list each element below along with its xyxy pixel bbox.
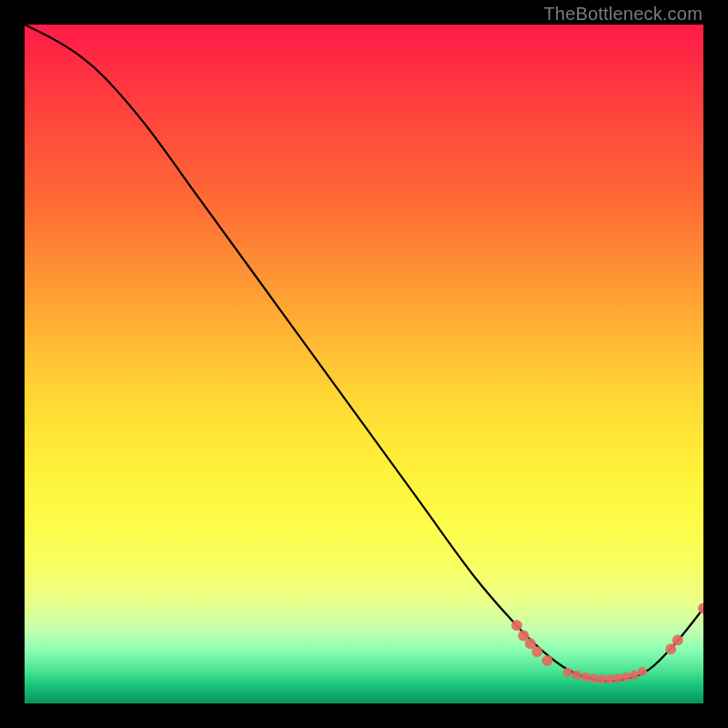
- chart-stage: TheBottleneck.com: [0, 0, 728, 728]
- curve-marker: [589, 673, 598, 682]
- curve-marker: [665, 643, 676, 654]
- curve-marker: [511, 620, 522, 631]
- marker-group: [511, 603, 703, 684]
- curve-marker: [605, 674, 614, 683]
- curve-marker: [572, 671, 581, 680]
- bottleneck-curve: [25, 25, 703, 681]
- curve-marker: [672, 635, 683, 646]
- plot-area: [25, 25, 703, 703]
- curve-layer: [25, 25, 703, 703]
- curve-marker: [597, 674, 606, 683]
- curve-marker: [638, 667, 647, 676]
- curve-marker: [622, 672, 631, 682]
- curve-marker: [581, 672, 590, 682]
- curve-marker: [630, 671, 639, 680]
- curve-marker: [563, 668, 572, 677]
- curve-marker: [698, 603, 703, 614]
- watermark-text: TheBottleneck.com: [543, 4, 703, 25]
- curve-marker: [541, 655, 552, 666]
- curve-marker: [531, 646, 542, 657]
- curve-marker: [613, 673, 622, 682]
